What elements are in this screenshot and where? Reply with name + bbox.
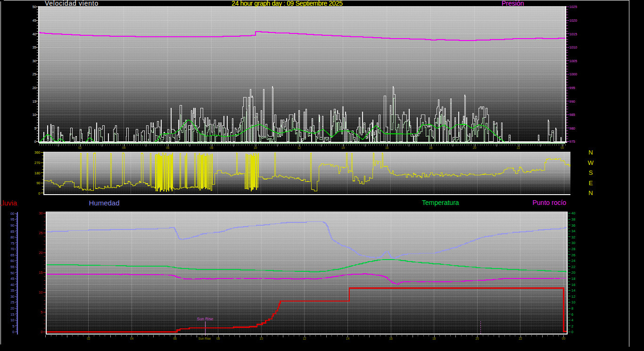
svg-text:12: 12 [303,337,306,340]
svg-text:14: 14 [341,146,345,149]
svg-text:10: 10 [10,318,14,322]
svg-text:06: 06 [173,337,177,340]
svg-text:5: 5 [34,126,36,131]
svg-text:20: 20 [10,306,14,310]
svg-text:Presión: Presión [502,0,524,7]
svg-text:30: 30 [39,211,42,215]
svg-text:18: 18 [571,277,575,281]
svg-text:32: 32 [571,235,575,239]
svg-text:70: 70 [10,247,14,251]
svg-text:5: 5 [41,310,42,314]
svg-text:E: E [589,180,593,187]
svg-text:18: 18 [429,146,433,149]
svg-text:08: 08 [210,146,214,149]
svg-text:Temperatura: Temperatura [422,199,459,206]
svg-text:Humedad: Humedad [89,199,120,207]
svg-text:00: 00 [10,212,14,216]
svg-text:40: 40 [571,211,575,215]
svg-text:0: 0 [38,191,40,196]
svg-text:270: 270 [34,161,41,165]
svg-text:0: 0 [571,330,573,334]
svg-text:975: 975 [570,139,576,144]
svg-text:Lluvia: Lluvia [0,199,17,207]
svg-text:12: 12 [571,294,575,299]
svg-text:20: 20 [476,337,479,340]
svg-text:14: 14 [571,288,575,293]
svg-text:10: 10 [260,337,264,340]
svg-text:08: 08 [216,337,220,340]
svg-text:35: 35 [10,288,14,293]
svg-text:180: 180 [34,171,41,175]
svg-text:30: 30 [571,241,575,245]
svg-text:6: 6 [571,312,573,317]
svg-text:22: 22 [519,337,522,340]
svg-text:75: 75 [10,241,14,245]
svg-text:50: 50 [10,271,14,275]
svg-text:1015: 1015 [570,32,578,36]
svg-text:18: 18 [432,337,436,340]
svg-text:26: 26 [571,253,575,257]
svg-text:Sun Rise: Sun Rise [198,337,211,340]
svg-text:22: 22 [517,146,520,149]
svg-text:0: 0 [41,330,42,334]
svg-text:85: 85 [10,229,14,234]
svg-text:25: 25 [10,300,14,304]
svg-text:45: 45 [10,277,14,281]
svg-text:995: 995 [570,86,576,90]
svg-text:02: 02 [87,337,91,340]
svg-text:0: 0 [12,330,14,334]
svg-text:N: N [588,149,593,156]
svg-text:15: 15 [10,312,14,317]
svg-text:20: 20 [33,86,36,90]
svg-text:10: 10 [571,300,575,304]
svg-text:04: 04 [122,146,126,149]
svg-text:90: 90 [10,223,14,228]
svg-text:15: 15 [33,99,36,104]
svg-text:30: 30 [10,294,14,299]
svg-text:Velocidad viento: Velocidad viento [45,0,99,7]
svg-text:8: 8 [571,306,573,310]
svg-text:16: 16 [571,283,575,287]
svg-text:16: 16 [385,146,389,149]
svg-text:38: 38 [571,217,575,221]
svg-text:1005: 1005 [570,59,578,63]
svg-text:N: N [588,189,593,196]
svg-text:980: 980 [570,126,576,131]
svg-text:25: 25 [39,231,42,235]
svg-text:00: 00 [561,146,564,149]
svg-text:06: 06 [166,146,170,149]
svg-text:2: 2 [571,324,573,328]
svg-text:25: 25 [33,72,36,76]
svg-text:10: 10 [33,113,36,117]
svg-text:S: S [589,169,593,176]
svg-text:36: 36 [571,223,575,228]
svg-text:20: 20 [571,270,575,275]
svg-text:10: 10 [254,146,257,149]
svg-text:60: 60 [10,259,14,263]
svg-text:Punto rocío: Punto rocío [533,199,567,206]
svg-text:90: 90 [36,181,40,185]
svg-text:20: 20 [39,251,42,255]
svg-text:34: 34 [571,229,575,233]
svg-text:1025: 1025 [570,5,578,9]
svg-text:15: 15 [39,270,42,275]
svg-text:22: 22 [571,265,575,269]
svg-text:00: 00 [562,337,566,340]
svg-text:1020: 1020 [570,18,578,23]
svg-text:40: 40 [10,283,14,287]
svg-text:16: 16 [389,337,393,340]
svg-text:Sun Rise: Sun Rise [197,317,214,321]
svg-text:55: 55 [10,265,14,269]
svg-text:24 hour graph day : 09 Septiem: 24 hour graph day : 09 Septiembre 2025 [231,0,343,7]
svg-text:1010: 1010 [570,45,578,49]
svg-text:12: 12 [297,146,301,149]
svg-text:24: 24 [571,259,575,263]
svg-text:20: 20 [473,146,477,149]
svg-text:990: 990 [570,99,576,104]
svg-text:0: 0 [34,139,36,144]
svg-text:80: 80 [10,235,14,239]
svg-text:50: 50 [33,5,36,9]
svg-text:5: 5 [12,324,14,328]
svg-text:360: 360 [34,150,41,155]
svg-text:40: 40 [33,32,36,36]
